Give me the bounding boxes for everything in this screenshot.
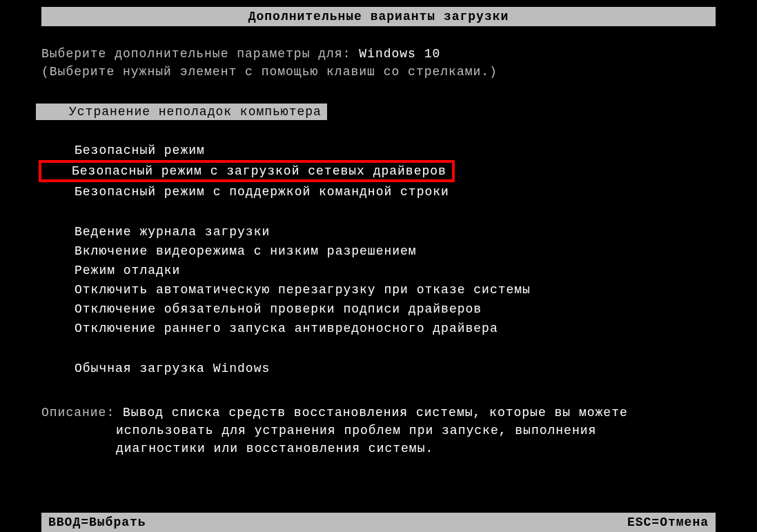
menu-group-2: Ведение журнала загрузки Включение видео… xyxy=(41,222,716,338)
content-area: Выберите дополнительные параметры для: W… xyxy=(0,47,757,455)
menu-group-3: Обычная загрузка Windows xyxy=(41,359,716,378)
description-text-2: использовать для устранения проблем при … xyxy=(41,424,716,437)
menu-item-disable-antimalware[interactable]: Отключение раннего запуска антивредоносн… xyxy=(41,319,716,338)
header-title: Дополнительные варианты загрузки xyxy=(248,10,509,23)
menu-item-disable-auto-restart[interactable]: Отключить автоматическую перезагрузку пр… xyxy=(41,280,716,299)
prompt-line: Выберите дополнительные параметры для: W… xyxy=(41,47,716,61)
description-text-3: диагностики или восстановления системы. xyxy=(41,442,716,455)
menu-item-normal-boot[interactable]: Обычная загрузка Windows xyxy=(41,359,716,378)
menu-block: Устранение неполадок компьютера Безопасн… xyxy=(41,104,716,378)
instruction-line: (Выберите нужный элемент с помощью клави… xyxy=(41,65,716,79)
menu-item-safe-mode[interactable]: Безопасный режим xyxy=(41,141,716,160)
menu-item-low-res-video[interactable]: Включение видеорежима с низким разрешени… xyxy=(41,242,716,261)
menu-selected-row[interactable]: Устранение неполадок компьютера xyxy=(41,104,716,120)
menu-group-1: Безопасный режим Безопасный режим с загр… xyxy=(41,141,716,201)
os-name: Windows 10 xyxy=(359,47,440,61)
description-line-1: Описание: Вывод списка средств восстанов… xyxy=(41,406,716,420)
menu-item-safe-mode-networking: Безопасный режим с загрузкой сетевых дра… xyxy=(39,160,455,182)
menu-item-disable-driver-signature[interactable]: Отключение обязательной проверки подписи… xyxy=(41,299,716,319)
description-text-1: Вывод списка средств восстановления сист… xyxy=(123,406,628,420)
description-block: Описание: Вывод списка средств восстанов… xyxy=(41,406,716,455)
header-title-bar: Дополнительные варианты загрузки xyxy=(41,7,716,26)
footer-enter-label: ВВОД=Выбрать xyxy=(48,515,146,529)
menu-item-debug-mode[interactable]: Режим отладки xyxy=(41,261,716,280)
footer-bar: ВВОД=Выбрать ESC=Отмена xyxy=(41,513,716,532)
menu-item-safe-mode-cmd[interactable]: Безопасный режим с поддержкой командной … xyxy=(41,182,716,201)
menu-selected-item: Устранение неполадок компьютера xyxy=(36,104,327,120)
footer-esc-label: ESC=Отмена xyxy=(627,515,709,529)
menu-item-boot-logging[interactable]: Ведение журнала загрузки xyxy=(41,222,716,242)
description-label: Описание: xyxy=(41,406,115,420)
menu-item-safe-mode-networking-row[interactable]: Безопасный режим с загрузкой сетевых дра… xyxy=(41,160,716,182)
prompt-text: Выберите дополнительные параметры для: xyxy=(41,47,351,61)
